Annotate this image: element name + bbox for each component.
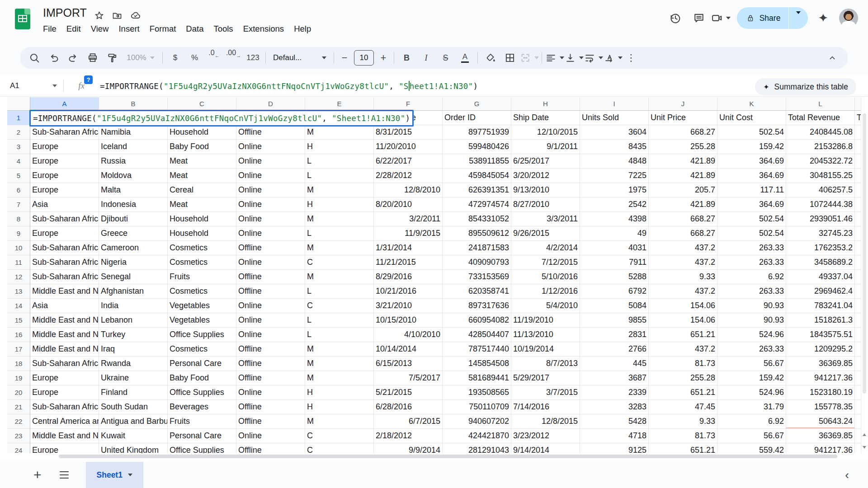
cell[interactable]: Fruits [168, 414, 236, 429]
cell[interactable]: 8/7/2013 [511, 357, 580, 371]
column-header-a[interactable]: A [30, 97, 99, 111]
cell[interactable]: 255.28 [649, 371, 717, 385]
italic-button[interactable]: I [416, 49, 436, 67]
cell[interactable]: 3687 [580, 371, 649, 385]
comments-icon[interactable] [687, 6, 711, 30]
cell[interactable]: 4398 [580, 212, 649, 226]
cell[interactable]: 263.33 [717, 342, 786, 357]
cell[interactable]: 524.96 [717, 328, 786, 342]
row-header-20[interactable]: 20 [7, 385, 30, 400]
summarize-table-button[interactable]: ✦ Summarize this table [755, 78, 856, 95]
cell[interactable]: 8/29/2016 [374, 270, 443, 284]
cell[interactable]: 7225 [580, 169, 649, 183]
cell[interactable]: H [305, 400, 374, 414]
cell[interactable]: M [305, 241, 374, 255]
cell[interactable]: 2939051.46 [786, 212, 855, 226]
cell[interactable]: 11/21/2015 [374, 255, 443, 270]
cell[interactable]: Malta [99, 183, 168, 197]
column-header-b[interactable]: B [99, 97, 168, 111]
cell[interactable]: 559.42 [717, 443, 786, 453]
cell[interactable]: 9.33 [649, 414, 717, 429]
cell[interactable]: 4718 [580, 429, 649, 443]
cell[interactable]: 7/5/2017 [374, 371, 443, 385]
column-header-e[interactable]: E [305, 97, 374, 111]
undo-button[interactable] [44, 49, 63, 67]
cell[interactable]: Middle East and North Africa [30, 284, 99, 299]
cell[interactable]: 5/21/2015 [374, 385, 443, 400]
cell[interactable]: 9/9/2014 [374, 443, 443, 453]
cell[interactable]: 5084 [580, 299, 649, 313]
cell[interactable]: 1209295.2 [786, 342, 855, 357]
cell[interactable]: Unit Cost [717, 111, 786, 125]
cell[interactable]: Cosmetics [168, 342, 236, 357]
cell[interactable]: 620358741 [443, 284, 511, 299]
cell[interactable]: 733153569 [443, 270, 511, 284]
cell[interactable]: L [305, 284, 374, 299]
cell[interactable]: 406257.5 [786, 183, 855, 197]
row-header-12[interactable]: 12 [7, 270, 30, 284]
cell[interactable]: 2969462.4 [786, 284, 855, 299]
cell[interactable]: Europe [30, 154, 99, 169]
cell[interactable]: 9/13/2010 [511, 183, 580, 197]
row-header-13[interactable]: 13 [7, 284, 30, 299]
row-header-7[interactable]: 7 [7, 197, 30, 212]
cell[interactable]: 6/28/2016 [374, 400, 443, 414]
cell[interactable]: 263.33 [717, 241, 786, 255]
search-menus-button[interactable] [24, 49, 44, 67]
row-header-9[interactable]: 9 [7, 226, 30, 241]
cell[interactable]: M [305, 183, 374, 197]
font-size-input[interactable]: 10 [354, 50, 374, 66]
cell[interactable]: 3/2/2011 [374, 212, 443, 226]
cell[interactable]: 9125 [580, 443, 649, 453]
cell[interactable]: South Sudan [99, 400, 168, 414]
cell[interactable]: Europe [30, 183, 99, 197]
print-button[interactable] [83, 49, 102, 67]
column-header-f[interactable]: F [374, 97, 443, 111]
cell[interactable]: 428504407 [443, 328, 511, 342]
cell[interactable]: Moldova [99, 169, 168, 183]
cell[interactable]: 437.2 [649, 255, 717, 270]
cell[interactable]: M [305, 125, 374, 140]
cell[interactable]: 437.2 [649, 342, 717, 357]
row-header-8[interactable]: 8 [7, 212, 30, 226]
cell[interactable]: Vegetables [168, 313, 236, 328]
row-header-3[interactable]: 3 [7, 140, 30, 154]
cell[interactable]: Online [236, 212, 305, 226]
cell[interactable]: Europe [30, 385, 99, 400]
cell[interactable]: 263.33 [717, 255, 786, 270]
cell[interactable]: Personal Care [168, 357, 236, 371]
meet-caret-icon[interactable] [726, 17, 731, 19]
zoom-select[interactable]: 100% [122, 49, 160, 67]
cell[interactable]: Office Supplies [168, 328, 236, 342]
cell[interactable]: 5428 [580, 414, 649, 429]
cell[interactable]: M [305, 371, 374, 385]
cell[interactable]: 668.27 [649, 226, 717, 241]
cell[interactable]: Kuwait [99, 429, 168, 443]
cell[interactable]: 11/19/2010 [511, 313, 580, 328]
cell[interactable]: Sub-Saharan Africa [30, 400, 99, 414]
cell[interactable]: 668.27 [649, 212, 717, 226]
cell[interactable]: 3283 [580, 400, 649, 414]
cell[interactable]: 9855 [580, 313, 649, 328]
cell[interactable]: Lebanon [99, 313, 168, 328]
cell[interactable]: 3/7/2015 [511, 385, 580, 400]
meet-call-button[interactable] [711, 12, 731, 24]
cell[interactable]: 255.28 [649, 140, 717, 154]
row-header-14[interactable]: 14 [7, 299, 30, 313]
account-avatar[interactable] [839, 9, 858, 28]
show-side-panel-chevron[interactable]: ‹ [845, 468, 849, 482]
cell[interactable]: Personal Care [168, 429, 236, 443]
cell[interactable]: 49 [580, 226, 649, 241]
row-header-4[interactable]: 4 [7, 154, 30, 169]
cell[interactable]: 11/20/2010 [374, 140, 443, 154]
cell[interactable]: Beverages [168, 400, 236, 414]
document-title[interactable]: IMPORT [43, 6, 87, 19]
cell[interactable]: 6/22/2017 [374, 154, 443, 169]
row-header-24[interactable]: 24 [7, 443, 30, 453]
all-sheets-button[interactable] [60, 471, 69, 479]
decrease-decimal-button[interactable]: .0← [204, 49, 224, 67]
cell[interactable]: 459845054 [443, 169, 511, 183]
row-header-11[interactable]: 11 [7, 255, 30, 270]
cell[interactable]: 421.89 [649, 154, 717, 169]
cell[interactable]: Ship Date [511, 111, 580, 125]
